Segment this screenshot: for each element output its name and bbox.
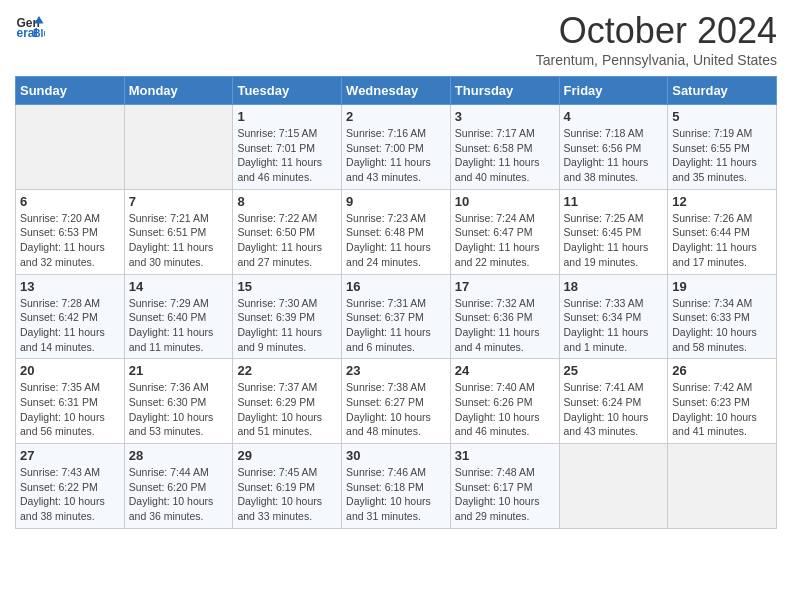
calendar-cell: 7Sunrise: 7:21 AM Sunset: 6:51 PM Daylig…: [124, 189, 233, 274]
day-info: Sunrise: 7:35 AM Sunset: 6:31 PM Dayligh…: [20, 380, 120, 439]
calendar-cell: 10Sunrise: 7:24 AM Sunset: 6:47 PM Dayli…: [450, 189, 559, 274]
day-info: Sunrise: 7:20 AM Sunset: 6:53 PM Dayligh…: [20, 211, 120, 270]
day-info: Sunrise: 7:41 AM Sunset: 6:24 PM Dayligh…: [564, 380, 664, 439]
day-number: 14: [129, 279, 229, 294]
day-number: 18: [564, 279, 664, 294]
calendar-cell: 21Sunrise: 7:36 AM Sunset: 6:30 PM Dayli…: [124, 359, 233, 444]
calendar-cell: 19Sunrise: 7:34 AM Sunset: 6:33 PM Dayli…: [668, 274, 777, 359]
day-info: Sunrise: 7:31 AM Sunset: 6:37 PM Dayligh…: [346, 296, 446, 355]
day-number: 30: [346, 448, 446, 463]
calendar-table: SundayMondayTuesdayWednesdayThursdayFrid…: [15, 76, 777, 529]
calendar-cell: 2Sunrise: 7:16 AM Sunset: 7:00 PM Daylig…: [342, 105, 451, 190]
page-header: Gen eral Blue October 2024 Tarentum, Pen…: [15, 10, 777, 68]
day-info: Sunrise: 7:34 AM Sunset: 6:33 PM Dayligh…: [672, 296, 772, 355]
day-number: 9: [346, 194, 446, 209]
calendar-cell: 1Sunrise: 7:15 AM Sunset: 7:01 PM Daylig…: [233, 105, 342, 190]
calendar-cell: 26Sunrise: 7:42 AM Sunset: 6:23 PM Dayli…: [668, 359, 777, 444]
day-number: 8: [237, 194, 337, 209]
calendar-cell: 8Sunrise: 7:22 AM Sunset: 6:50 PM Daylig…: [233, 189, 342, 274]
svg-text:Blue: Blue: [33, 27, 45, 39]
day-info: Sunrise: 7:22 AM Sunset: 6:50 PM Dayligh…: [237, 211, 337, 270]
day-number: 27: [20, 448, 120, 463]
calendar-cell: 29Sunrise: 7:45 AM Sunset: 6:19 PM Dayli…: [233, 444, 342, 529]
day-info: Sunrise: 7:17 AM Sunset: 6:58 PM Dayligh…: [455, 126, 555, 185]
day-number: 10: [455, 194, 555, 209]
day-info: Sunrise: 7:40 AM Sunset: 6:26 PM Dayligh…: [455, 380, 555, 439]
day-number: 4: [564, 109, 664, 124]
day-info: Sunrise: 7:45 AM Sunset: 6:19 PM Dayligh…: [237, 465, 337, 524]
day-info: Sunrise: 7:29 AM Sunset: 6:40 PM Dayligh…: [129, 296, 229, 355]
day-number: 7: [129, 194, 229, 209]
calendar-week-row: 1Sunrise: 7:15 AM Sunset: 7:01 PM Daylig…: [16, 105, 777, 190]
day-info: Sunrise: 7:37 AM Sunset: 6:29 PM Dayligh…: [237, 380, 337, 439]
day-number: 22: [237, 363, 337, 378]
col-header-saturday: Saturday: [668, 77, 777, 105]
calendar-cell: 27Sunrise: 7:43 AM Sunset: 6:22 PM Dayli…: [16, 444, 125, 529]
day-number: 24: [455, 363, 555, 378]
col-header-sunday: Sunday: [16, 77, 125, 105]
calendar-cell: 15Sunrise: 7:30 AM Sunset: 6:39 PM Dayli…: [233, 274, 342, 359]
day-number: 5: [672, 109, 772, 124]
calendar-cell: [559, 444, 668, 529]
day-info: Sunrise: 7:36 AM Sunset: 6:30 PM Dayligh…: [129, 380, 229, 439]
calendar-cell: 18Sunrise: 7:33 AM Sunset: 6:34 PM Dayli…: [559, 274, 668, 359]
calendar-cell: 22Sunrise: 7:37 AM Sunset: 6:29 PM Dayli…: [233, 359, 342, 444]
calendar-cell: 16Sunrise: 7:31 AM Sunset: 6:37 PM Dayli…: [342, 274, 451, 359]
day-number: 3: [455, 109, 555, 124]
day-number: 6: [20, 194, 120, 209]
day-number: 12: [672, 194, 772, 209]
calendar-cell: 3Sunrise: 7:17 AM Sunset: 6:58 PM Daylig…: [450, 105, 559, 190]
day-info: Sunrise: 7:19 AM Sunset: 6:55 PM Dayligh…: [672, 126, 772, 185]
day-number: 29: [237, 448, 337, 463]
col-header-tuesday: Tuesday: [233, 77, 342, 105]
day-number: 28: [129, 448, 229, 463]
calendar-cell: [124, 105, 233, 190]
day-number: 1: [237, 109, 337, 124]
calendar-cell: 25Sunrise: 7:41 AM Sunset: 6:24 PM Dayli…: [559, 359, 668, 444]
day-info: Sunrise: 7:32 AM Sunset: 6:36 PM Dayligh…: [455, 296, 555, 355]
day-info: Sunrise: 7:44 AM Sunset: 6:20 PM Dayligh…: [129, 465, 229, 524]
calendar-week-row: 13Sunrise: 7:28 AM Sunset: 6:42 PM Dayli…: [16, 274, 777, 359]
day-number: 2: [346, 109, 446, 124]
col-header-wednesday: Wednesday: [342, 77, 451, 105]
calendar-cell: 6Sunrise: 7:20 AM Sunset: 6:53 PM Daylig…: [16, 189, 125, 274]
day-info: Sunrise: 7:38 AM Sunset: 6:27 PM Dayligh…: [346, 380, 446, 439]
day-info: Sunrise: 7:23 AM Sunset: 6:48 PM Dayligh…: [346, 211, 446, 270]
day-info: Sunrise: 7:48 AM Sunset: 6:17 PM Dayligh…: [455, 465, 555, 524]
calendar-cell: 9Sunrise: 7:23 AM Sunset: 6:48 PM Daylig…: [342, 189, 451, 274]
calendar-cell: 20Sunrise: 7:35 AM Sunset: 6:31 PM Dayli…: [16, 359, 125, 444]
day-info: Sunrise: 7:15 AM Sunset: 7:01 PM Dayligh…: [237, 126, 337, 185]
calendar-header-row: SundayMondayTuesdayWednesdayThursdayFrid…: [16, 77, 777, 105]
day-number: 31: [455, 448, 555, 463]
day-number: 17: [455, 279, 555, 294]
calendar-cell: 17Sunrise: 7:32 AM Sunset: 6:36 PM Dayli…: [450, 274, 559, 359]
logo: Gen eral Blue: [15, 10, 45, 40]
day-info: Sunrise: 7:24 AM Sunset: 6:47 PM Dayligh…: [455, 211, 555, 270]
day-number: 19: [672, 279, 772, 294]
calendar-cell: 28Sunrise: 7:44 AM Sunset: 6:20 PM Dayli…: [124, 444, 233, 529]
calendar-cell: 11Sunrise: 7:25 AM Sunset: 6:45 PM Dayli…: [559, 189, 668, 274]
day-info: Sunrise: 7:42 AM Sunset: 6:23 PM Dayligh…: [672, 380, 772, 439]
calendar-cell: 24Sunrise: 7:40 AM Sunset: 6:26 PM Dayli…: [450, 359, 559, 444]
calendar-cell: 23Sunrise: 7:38 AM Sunset: 6:27 PM Dayli…: [342, 359, 451, 444]
day-number: 20: [20, 363, 120, 378]
day-number: 11: [564, 194, 664, 209]
day-info: Sunrise: 7:21 AM Sunset: 6:51 PM Dayligh…: [129, 211, 229, 270]
calendar-cell: 30Sunrise: 7:46 AM Sunset: 6:18 PM Dayli…: [342, 444, 451, 529]
calendar-cell: 31Sunrise: 7:48 AM Sunset: 6:17 PM Dayli…: [450, 444, 559, 529]
calendar-week-row: 6Sunrise: 7:20 AM Sunset: 6:53 PM Daylig…: [16, 189, 777, 274]
day-info: Sunrise: 7:28 AM Sunset: 6:42 PM Dayligh…: [20, 296, 120, 355]
day-number: 23: [346, 363, 446, 378]
calendar-cell: 4Sunrise: 7:18 AM Sunset: 6:56 PM Daylig…: [559, 105, 668, 190]
calendar-cell: 13Sunrise: 7:28 AM Sunset: 6:42 PM Dayli…: [16, 274, 125, 359]
day-number: 21: [129, 363, 229, 378]
title-block: October 2024 Tarentum, Pennsylvania, Uni…: [536, 10, 777, 68]
day-info: Sunrise: 7:33 AM Sunset: 6:34 PM Dayligh…: [564, 296, 664, 355]
calendar-cell: 12Sunrise: 7:26 AM Sunset: 6:44 PM Dayli…: [668, 189, 777, 274]
calendar-cell: [668, 444, 777, 529]
day-info: Sunrise: 7:30 AM Sunset: 6:39 PM Dayligh…: [237, 296, 337, 355]
day-number: 25: [564, 363, 664, 378]
day-number: 26: [672, 363, 772, 378]
logo-icon: Gen eral Blue: [15, 10, 45, 40]
month-title: October 2024: [536, 10, 777, 52]
